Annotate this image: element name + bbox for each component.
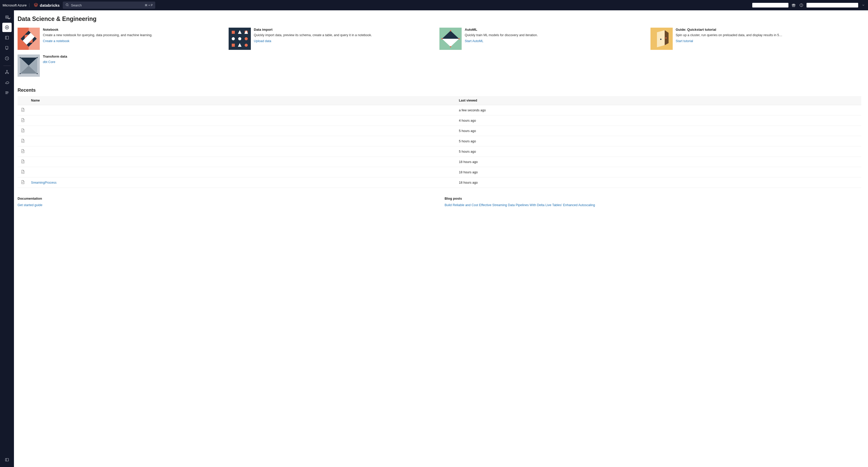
search-icon — [65, 3, 69, 7]
svg-point-3 — [800, 4, 803, 7]
topbar-right — [752, 3, 866, 8]
cloud-brand-label: Microsoft Azure — [3, 3, 29, 7]
search-box[interactable]: ⌘ + P — [63, 2, 155, 9]
top-bar: Microsoft Azure databricks ⌘ + P — [0, 0, 868, 10]
databricks-logo-icon — [34, 3, 38, 8]
help-icon[interactable] — [799, 3, 804, 8]
workspace-switcher[interactable] — [752, 3, 788, 7]
account-switcher[interactable] — [807, 3, 858, 7]
chevron-down-icon[interactable] — [861, 3, 866, 8]
product-brand: databricks — [32, 3, 60, 8]
svg-point-0 — [66, 4, 68, 6]
search-input[interactable] — [71, 3, 143, 7]
gift-icon[interactable] — [791, 3, 796, 8]
search-shortcut-label: ⌘ + P — [145, 4, 153, 7]
product-brand-label: databricks — [40, 3, 60, 7]
brand-area: Microsoft Azure databricks — [3, 3, 60, 8]
